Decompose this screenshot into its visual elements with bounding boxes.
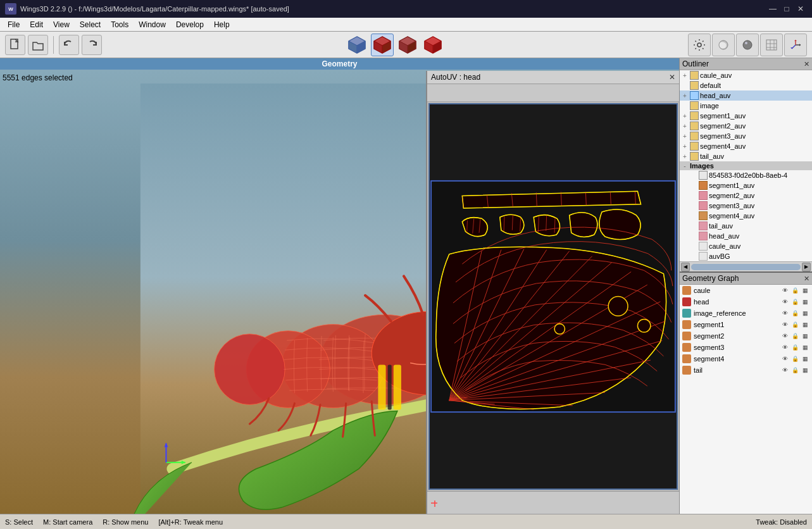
lock-icon-segment2[interactable]: 🔒 <box>790 332 799 340</box>
shading-button[interactable] <box>712 34 735 56</box>
viewport[interactable]: Geometry 5551 edges selected <box>0 58 679 514</box>
outliner-item-img5[interactable]: segment4_auv <box>680 211 812 221</box>
menu-file[interactable]: File <box>3 19 25 30</box>
outliner-item-img2[interactable]: segment1_auv <box>680 180 812 190</box>
expand-segment1-auv[interactable]: + <box>681 113 689 120</box>
menu-select[interactable]: Select <box>75 19 106 30</box>
view-cube-side[interactable] <box>396 34 419 56</box>
geom-label-tail: tail <box>694 366 778 374</box>
minimize-button[interactable]: — <box>766 3 779 15</box>
visible-icon-segment1[interactable]: ▦ <box>801 320 809 329</box>
view-cube-corner[interactable] <box>422 34 444 56</box>
outliner-item-segment4-auv[interactable]: + segment4_auv <box>680 141 812 151</box>
expand-head-auv[interactable]: + <box>681 92 689 99</box>
outliner-scrollbar[interactable]: ◀ ▶ <box>680 261 812 271</box>
outliner-item-img8[interactable]: caule_auv <box>680 241 812 251</box>
menu-develop[interactable]: Develop <box>171 19 209 30</box>
settings-button[interactable] <box>688 34 711 56</box>
eye-icon-tail[interactable]: 👁 <box>780 366 789 375</box>
grid-button[interactable] <box>760 34 783 56</box>
eye-icon-head[interactable]: 👁 <box>780 297 789 306</box>
expand-caule-auv[interactable]: + <box>681 72 689 79</box>
outliner-item-image[interactable]: image <box>680 101 812 111</box>
expand-tail-auv[interactable]: + <box>681 153 689 160</box>
geom-item-segment2[interactable]: segment2 👁 🔒 ▦ <box>680 330 812 342</box>
expand-images[interactable]: - <box>681 163 689 170</box>
geom-item-caule[interactable]: caule 👁 🔒 ▦ <box>680 285 812 296</box>
outliner-item-img6[interactable]: tail_auv <box>680 221 812 231</box>
right-tools <box>688 34 807 56</box>
visible-icon-segment3[interactable]: ▦ <box>801 343 809 352</box>
geom-item-segment3[interactable]: segment3 👁 🔒 ▦ <box>680 342 812 353</box>
lock-icon-segment4[interactable]: 🔒 <box>790 354 799 363</box>
view-cube-solid[interactable] <box>346 34 368 56</box>
svg-rect-21 <box>766 40 777 50</box>
outliner-item-segment3-auv[interactable]: + segment3_auv <box>680 131 812 141</box>
open-file-button[interactable] <box>28 35 48 55</box>
eye-icon-caule[interactable]: 👁 <box>780 286 789 295</box>
lock-icon-segment1[interactable]: 🔒 <box>790 320 799 329</box>
outliner-item-img1[interactable]: 854583-f0d2e0bb-8aeb-4 <box>680 170 812 180</box>
visible-icon-segment4[interactable]: ▦ <box>801 354 809 363</box>
eye-icon-image-reference[interactable]: 👁 <box>780 309 789 318</box>
scroll-left-btn[interactable]: ◀ <box>681 263 690 271</box>
lock-icon-tail[interactable]: 🔒 <box>790 366 799 375</box>
menu-edit[interactable]: Edit <box>25 19 48 30</box>
visible-icon-segment2[interactable]: ▦ <box>801 332 809 340</box>
outliner-close-button[interactable]: ✕ <box>804 60 809 68</box>
close-button[interactable]: ✕ <box>794 3 807 15</box>
uv-canvas[interactable] <box>428 103 678 490</box>
menu-view[interactable]: View <box>48 19 75 30</box>
eye-icon-segment1[interactable]: 👁 <box>780 320 789 329</box>
geom-item-segment4[interactable]: segment4 👁 🔒 ▦ <box>680 353 812 364</box>
lock-icon-image-reference[interactable]: 🔒 <box>790 309 799 318</box>
eye-icon-segment4[interactable]: 👁 <box>780 354 789 363</box>
outliner-item-tail-auv[interactable]: + tail_auv <box>680 151 812 161</box>
eye-icon-segment2[interactable]: 👁 <box>780 332 789 340</box>
expand-segment4-auv[interactable]: + <box>681 143 689 150</box>
lock-icon-caule[interactable]: 🔒 <box>790 286 799 295</box>
eye-icon-segment3[interactable]: 👁 <box>780 343 789 352</box>
render-mode-button[interactable] <box>736 34 759 56</box>
geometry-graph-close-button[interactable]: ✕ <box>804 275 809 283</box>
outliner-item-img9[interactable]: auvBG <box>680 251 812 261</box>
new-file-button[interactable] <box>5 35 25 55</box>
lock-icon-head[interactable]: 🔒 <box>790 297 799 306</box>
outliner-section-images[interactable]: - Images <box>680 161 812 170</box>
maximize-button[interactable]: □ <box>780 3 793 15</box>
outliner-item-head-auv[interactable]: + head_auv <box>680 90 812 101</box>
outliner-item-caule-auv[interactable]: + caule_auv <box>680 70 812 80</box>
scroll-thumb[interactable] <box>691 264 801 270</box>
outliner-item-img3[interactable]: segment2_auv <box>680 190 812 201</box>
geom-item-head[interactable]: head 👁 🔒 ▦ <box>680 296 812 308</box>
outliner-item-segment2-auv[interactable]: + segment2_auv <box>680 121 812 131</box>
visible-icon-image-reference[interactable]: ▦ <box>801 309 809 318</box>
menu-window[interactable]: Window <box>134 19 171 30</box>
redo-button[interactable] <box>82 35 102 55</box>
uv-content <box>427 84 679 514</box>
view-cube-active[interactable] <box>371 34 394 56</box>
outliner-content[interactable]: + caule_auv default + head_auv <box>680 70 812 261</box>
geometry-graph-content[interactable]: caule 👁 🔒 ▦ head 👁 🔒 ▦ <box>680 285 812 514</box>
undo-button[interactable] <box>59 35 79 55</box>
outliner-item-default[interactable]: default <box>680 80 812 90</box>
geom-item-segment1[interactable]: segment1 👁 🔒 ▦ <box>680 319 812 330</box>
expand-segment3-auv[interactable]: + <box>681 133 689 140</box>
visible-icon-caule[interactable]: ▦ <box>801 286 809 295</box>
toolbar <box>0 32 812 58</box>
visible-icon-head[interactable]: ▦ <box>801 297 809 306</box>
label-image: image <box>700 102 719 109</box>
menu-help[interactable]: Help <box>209 19 235 30</box>
lock-icon-segment3[interactable]: 🔒 <box>790 343 799 352</box>
scroll-right-btn[interactable]: ▶ <box>802 263 811 271</box>
outliner-item-img7[interactable]: head_auv <box>680 231 812 241</box>
outliner-item-img4[interactable]: segment3_auv <box>680 201 812 211</box>
menu-tools[interactable]: Tools <box>106 19 134 30</box>
geom-item-image-reference[interactable]: image_reference 👁 🔒 ▦ <box>680 308 812 319</box>
geom-item-tail[interactable]: tail 👁 🔒 ▦ <box>680 364 812 376</box>
uv-panel-close-button[interactable]: ✕ <box>669 73 675 82</box>
expand-segment2-auv[interactable]: + <box>681 123 689 130</box>
transform-button[interactable] <box>784 34 807 56</box>
outliner-item-segment1-auv[interactable]: + segment1_auv <box>680 111 812 121</box>
visible-icon-tail[interactable]: ▦ <box>801 366 809 375</box>
